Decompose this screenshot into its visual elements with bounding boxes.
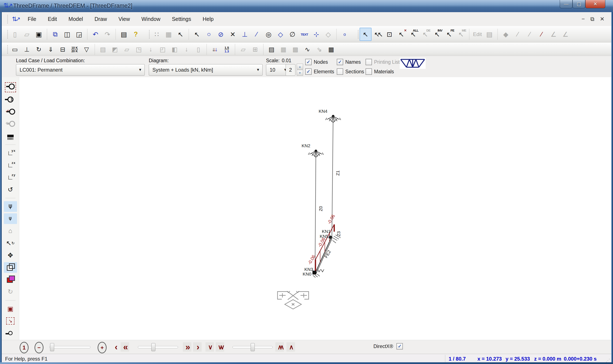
- edit-button[interactable]: Edit: [471, 28, 483, 41]
- properties-button[interactable]: ▤: [483, 28, 495, 41]
- redo-button[interactable]: ↷: [102, 28, 113, 41]
- split-element-button[interactable]: ∕: [524, 28, 536, 41]
- add-node-button[interactable]: ∕: [512, 28, 524, 41]
- load-values-button[interactable]: 10 K20 K: [69, 44, 80, 55]
- snap-line-button[interactable]: ∕: [251, 28, 263, 41]
- toolbar-drag-handle[interactable]: [149, 30, 151, 39]
- rotate-left-fast-button[interactable]: «: [121, 342, 129, 352]
- zoom-window-button[interactable]: [4, 82, 17, 93]
- checkbox-sections[interactable]: ✓ Sections: [337, 68, 364, 75]
- report-table-button[interactable]: ▦: [325, 44, 337, 55]
- select-single-button[interactable]: ↖: [360, 28, 372, 41]
- checkbox-names[interactable]: ✓ Names: [337, 59, 361, 65]
- print-preview-button[interactable]: ◲: [73, 28, 85, 41]
- zoom-selection-button[interactable]: ↘: [4, 316, 17, 326]
- save-button[interactable]: ▣: [33, 28, 45, 41]
- rotate-right-button[interactable]: ›: [193, 342, 202, 352]
- load-case-select[interactable]: LC001: Permanent ▼: [16, 64, 145, 76]
- surface-load-button[interactable]: ↓: [181, 44, 193, 55]
- select-multi-button[interactable]: ↖↖: [372, 28, 383, 41]
- open-button[interactable]: ▱: [21, 28, 33, 41]
- select-box-button[interactable]: ⊡: [383, 28, 395, 41]
- wall-support-button[interactable]: ▤: [97, 44, 109, 55]
- menu-file[interactable]: File: [22, 12, 42, 26]
- zoom-slider-thumb[interactable]: [50, 343, 54, 351]
- snap-small-button[interactable]: o: [339, 28, 351, 41]
- view-yx-button[interactable]: ∟yx: [4, 148, 17, 158]
- prism-button[interactable]: ◧: [169, 44, 181, 55]
- measure-angle-button[interactable]: ∠: [548, 28, 560, 41]
- model-drawing[interactable]: [19, 77, 613, 340]
- deselect-all-button[interactable]: ↖DE: [419, 28, 431, 41]
- menu-settings[interactable]: Settings: [166, 12, 197, 26]
- zoom-out-button[interactable]: −: [35, 342, 43, 353]
- tilt-slider[interactable]: [233, 346, 273, 348]
- mdi-close-button[interactable]: ✕: [600, 16, 604, 22]
- tilt-slider-thumb[interactable]: [251, 343, 255, 351]
- copy-button[interactable]: ⧉: [49, 28, 61, 41]
- tilt-down-button[interactable]: ∨: [206, 342, 214, 352]
- snap-center-button[interactable]: ◎: [263, 28, 274, 41]
- new-button[interactable]: ▯: [9, 28, 21, 41]
- menu-help[interactable]: Help: [197, 12, 219, 26]
- tilt-up-fast-button[interactable]: ∧∧: [275, 342, 284, 352]
- menu-drag-handle[interactable]: [7, 15, 9, 24]
- select-fe-button[interactable]: ↖FE: [443, 28, 455, 41]
- magnifier-button[interactable]: [4, 328, 17, 338]
- help-button[interactable]: ?: [130, 28, 142, 41]
- undo-button[interactable]: ↶: [90, 28, 102, 41]
- moment-load-button[interactable]: ↻: [33, 44, 45, 55]
- zoom-all-button[interactable]: ▣: [4, 303, 17, 314]
- zoom-reset-button[interactable]: 1: [20, 342, 28, 353]
- isometric-view-button[interactable]: ⋔: [4, 201, 17, 212]
- maximize-button[interactable]: ▢: [573, 0, 585, 8]
- perspective-button[interactable]: ⌂: [4, 225, 17, 236]
- snap-quadrant-button[interactable]: ◇: [274, 28, 287, 41]
- shell-button[interactable]: ◳: [133, 44, 145, 55]
- load-case-display-button[interactable]: ↓ ↓ ↓: [209, 44, 221, 55]
- plate-mesh-button[interactable]: ▱: [237, 44, 249, 55]
- toolbar-drag-handle[interactable]: [7, 45, 9, 54]
- wireframe-button[interactable]: [4, 262, 17, 273]
- checkbox-nodes[interactable]: ✓ Nodes: [305, 59, 328, 65]
- move-node-button[interactable]: ∕: [536, 28, 548, 41]
- grid-button[interactable]: ▦: [163, 28, 175, 41]
- taper-button[interactable]: ▽: [80, 44, 92, 55]
- menu-edit[interactable]: Edit: [42, 12, 63, 26]
- export-button[interactable]: ⇘: [313, 44, 325, 55]
- checkbox-materials[interactable]: ✓ Materials: [365, 68, 394, 75]
- paste-button[interactable]: ◫: [61, 28, 73, 41]
- zoom-next-button[interactable]: ↷: [4, 118, 17, 129]
- beam-element-button[interactable]: ▭: [9, 44, 21, 55]
- scale-spinner-field[interactable]: 2: [286, 64, 295, 76]
- diagram-select[interactable]: System + Loads [kN, kNm] ▼: [149, 64, 263, 76]
- section-curve-button[interactable]: ∿: [301, 44, 313, 55]
- column-button[interactable]: ▯: [193, 44, 204, 55]
- menu-draw[interactable]: Draw: [89, 12, 113, 26]
- snap-node-button[interactable]: ○: [203, 28, 215, 41]
- zoom-actual-button[interactable]: 1: [4, 94, 17, 105]
- checkbox-printing-list[interactable]: ✓ Printing List: [365, 59, 400, 65]
- mdi-restore-button[interactable]: ⧉: [590, 16, 594, 22]
- rotate-auto-button[interactable]: ↻: [4, 286, 17, 297]
- select-me-button[interactable]: ↖ME: [455, 28, 467, 41]
- menu-window[interactable]: Window: [136, 12, 166, 26]
- menu-view[interactable]: View: [113, 12, 136, 26]
- rotate-slider-thumb[interactable]: [151, 343, 155, 351]
- section-button[interactable]: ⊟: [57, 44, 69, 55]
- modify-button[interactable]: ◆: [500, 28, 512, 41]
- support-button[interactable]: ⊥: [21, 44, 33, 55]
- plate-support-button[interactable]: ◩: [109, 44, 121, 55]
- report-list-button[interactable]: ▤: [266, 44, 277, 55]
- redraw-button[interactable]: [4, 131, 17, 141]
- tilt-up-button[interactable]: ∧: [287, 342, 295, 352]
- print-button[interactable]: ▤: [118, 28, 130, 41]
- rotate-model-button[interactable]: ↖↻: [4, 238, 17, 248]
- load-factors-button[interactable]: 1.51.3: [221, 44, 233, 55]
- snap-region-button[interactable]: ◇: [322, 28, 334, 41]
- select-all-button[interactable]: ↖ALL: [407, 28, 419, 41]
- rotate-left-button[interactable]: ‹: [111, 342, 120, 352]
- snap-midpoint-button[interactable]: ⊘: [215, 28, 227, 41]
- snap-perpendicular-button[interactable]: ⊥: [239, 28, 251, 41]
- zoom-in-button[interactable]: +: [98, 342, 106, 353]
